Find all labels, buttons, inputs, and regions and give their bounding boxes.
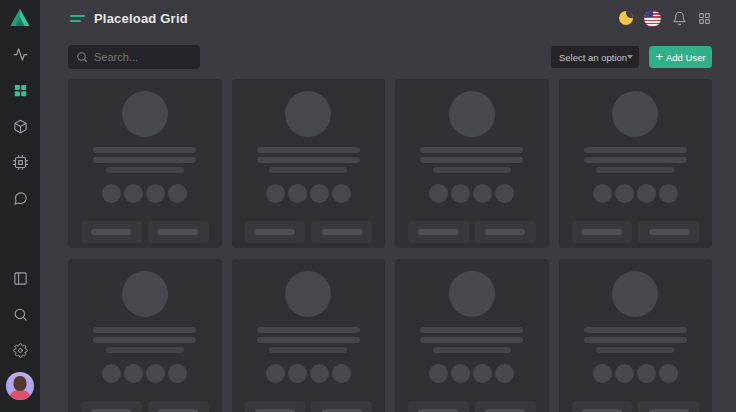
placeholder-card-grid: [40, 79, 736, 412]
moon-icon: [619, 11, 633, 25]
text-line-placeholder: [584, 327, 687, 333]
placeholder-card: [395, 79, 549, 248]
button-placeholder: [245, 221, 306, 243]
apps-grid-icon: [698, 12, 711, 25]
text-line-placeholder: [93, 327, 196, 333]
dot-placeholder: [451, 184, 470, 203]
notifications-button[interactable]: [672, 11, 687, 26]
text-line-placeholder: [596, 347, 674, 353]
option-select[interactable]: Select an option: [551, 46, 639, 68]
avatar-placeholder: [612, 271, 658, 317]
text-line-placeholder: [420, 337, 523, 343]
button-placeholder: [311, 221, 372, 243]
button-placeholder: [572, 401, 633, 412]
search-input[interactable]: [94, 51, 192, 63]
sidebar-item-system[interactable]: [0, 144, 40, 180]
dots-placeholder-row: [102, 184, 187, 203]
text-line-placeholder: [584, 147, 687, 153]
cpu-icon: [13, 155, 28, 170]
chevron-down-icon: [627, 55, 633, 59]
text-line-placeholder: [93, 157, 196, 163]
sidebar-bottom-group: [0, 260, 40, 412]
button-placeholder-row: [245, 401, 373, 412]
sidebar-item-messages[interactable]: [0, 180, 40, 216]
dot-placeholder: [473, 184, 492, 203]
dot-placeholder: [310, 364, 329, 383]
button-placeholder: [311, 401, 372, 412]
activity-icon: [13, 47, 28, 62]
text-line-placeholder: [269, 347, 347, 353]
dot-placeholder: [146, 184, 165, 203]
avatar-placeholder: [285, 271, 331, 317]
avatar-placeholder: [122, 91, 168, 137]
button-placeholder: [475, 401, 536, 412]
text-line-placeholder: [584, 157, 687, 163]
dot-placeholder: [473, 364, 492, 383]
button-placeholder: [245, 401, 306, 412]
user-avatar[interactable]: [6, 372, 34, 400]
sidebar-item-grid[interactable]: [0, 72, 40, 108]
dot-placeholder: [146, 364, 165, 383]
dot-placeholder: [102, 184, 121, 203]
button-placeholder-row: [408, 221, 536, 243]
button-bar-placeholder: [649, 229, 689, 235]
dots-placeholder-row: [266, 364, 351, 383]
placeholder-card: [232, 79, 386, 248]
button-placeholder: [408, 221, 469, 243]
hamburger-menu-icon[interactable]: [70, 13, 85, 24]
sidebar-item-search[interactable]: [0, 296, 40, 332]
dots-placeholder-row: [429, 364, 514, 383]
button-bar-placeholder: [485, 229, 525, 235]
search-icon: [13, 307, 28, 322]
dark-mode-toggle[interactable]: [619, 11, 633, 25]
text-line-placeholder: [257, 327, 360, 333]
button-placeholder: [81, 221, 142, 243]
button-bar-placeholder: [418, 229, 458, 235]
panels-icon: [13, 271, 28, 286]
sidebar-item-panels[interactable]: [0, 260, 40, 296]
dot-placeholder: [429, 184, 448, 203]
dot-placeholder: [266, 364, 285, 383]
dot-placeholder: [659, 364, 678, 383]
header-actions: [619, 10, 711, 27]
button-bar-placeholder: [91, 229, 131, 235]
dot-placeholder: [124, 184, 143, 203]
sidebar-item-settings[interactable]: [0, 332, 40, 368]
button-placeholder: [638, 221, 699, 243]
text-line-placeholder: [420, 327, 523, 333]
text-line-placeholder: [106, 167, 184, 173]
language-selector[interactable]: [644, 10, 661, 27]
box-icon: [13, 119, 28, 134]
search-icon: [76, 51, 88, 63]
dot-placeholder: [168, 364, 187, 383]
avatar-placeholder: [449, 91, 495, 137]
dot-placeholder: [124, 364, 143, 383]
dot-placeholder: [332, 184, 351, 203]
dot-placeholder: [659, 184, 678, 203]
avatar-placeholder: [122, 271, 168, 317]
app-logo[interactable]: [0, 0, 40, 36]
text-line-placeholder: [106, 347, 184, 353]
placeholder-card: [559, 79, 713, 248]
grid-icon: [13, 83, 28, 98]
button-placeholder-row: [408, 401, 536, 412]
dot-placeholder: [266, 184, 285, 203]
avatar-placeholder: [612, 91, 658, 137]
sidebar-item-activity[interactable]: [0, 36, 40, 72]
toolbar-right-group: Select an option + Add User: [551, 46, 712, 68]
dot-placeholder: [637, 184, 656, 203]
text-line-placeholder: [420, 157, 523, 163]
dots-placeholder-row: [266, 184, 351, 203]
placeholder-card: [395, 259, 549, 412]
add-user-button[interactable]: + Add User: [649, 46, 712, 68]
dots-placeholder-row: [593, 364, 678, 383]
dot-placeholder: [310, 184, 329, 203]
apps-menu-button[interactable]: [698, 12, 711, 25]
header: Placeload Grid: [40, 0, 736, 36]
plus-icon: +: [655, 50, 663, 63]
button-placeholder: [475, 221, 536, 243]
sidebar-item-components[interactable]: [0, 108, 40, 144]
text-line-placeholder: [269, 167, 347, 173]
button-placeholder-row: [81, 401, 209, 412]
avatar-placeholder: [449, 271, 495, 317]
